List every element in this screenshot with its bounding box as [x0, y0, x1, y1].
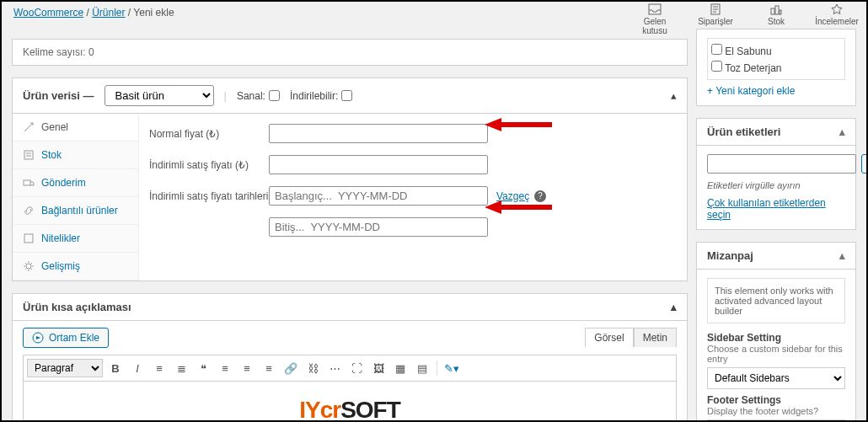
breadcrumb-products[interactable]: Ürünler: [92, 7, 125, 19]
sale-price-input[interactable]: [269, 155, 488, 174]
tab-advanced[interactable]: Gelişmiş: [13, 253, 138, 280]
add-category-link[interactable]: + Yeni kategori ekle: [707, 85, 795, 97]
align-center-button[interactable]: ≡: [238, 359, 256, 377]
svg-point-8: [26, 264, 31, 269]
add-tag-button[interactable]: Ekle: [861, 154, 868, 174]
layout-title: Mizanpaj: [707, 249, 753, 262]
sale-dates-label: İndirimli satış fiyatı tarihleri: [149, 190, 269, 202]
panel-toggle-icon[interactable]: ▴: [839, 126, 845, 138]
regular-price-label: Normal fiyat (₺): [149, 128, 269, 140]
sidebar-select[interactable]: Default Sidebars: [707, 367, 845, 389]
breadcrumb-current: Yeni ekle: [133, 7, 174, 19]
tab-shipping[interactable]: Gönderim: [13, 169, 138, 197]
svg-rect-5: [24, 151, 33, 159]
popular-tags-link[interactable]: Çok kullanılan etiketlerden seçin: [707, 197, 826, 221]
tag-hint: Etiketleri virgülle ayırın: [707, 180, 845, 190]
tag-input[interactable]: [707, 154, 856, 174]
svg-rect-4: [780, 10, 781, 14]
tags-title: Ürün etiketleri: [707, 126, 780, 138]
panel-toggle-icon[interactable]: ▴: [839, 249, 845, 262]
image-button[interactable]: 🖼: [369, 359, 388, 377]
sidebar-setting-desc: Choose a custom sidebar for this entry: [707, 344, 845, 364]
add-media-button[interactable]: Ortam Ekle: [23, 328, 109, 348]
sale-start-input[interactable]: [269, 186, 488, 206]
downloadable-checkbox[interactable]: İndirilebilir:: [290, 90, 352, 102]
categories-panel: El Sabunu Toz Deterjan + Yeni kategori e…: [696, 29, 856, 106]
shortcode-button[interactable]: ▦: [391, 359, 410, 377]
category-item[interactable]: Toz Deterjan: [711, 59, 841, 76]
toggle-toolbar-button[interactable]: ▤: [413, 359, 431, 377]
svg-rect-6: [24, 180, 30, 185]
category-list[interactable]: El Sabunu Toz Deterjan: [707, 38, 845, 80]
layout-note: This element only works with activated a…: [707, 278, 845, 323]
unlink-button[interactable]: ⛓: [303, 359, 322, 377]
editor-content[interactable]: IYcrSOFT İnternetteki Gücünüz: [23, 382, 677, 422]
product-data-title: Ürün verisi —: [23, 89, 94, 102]
fullscreen-button[interactable]: ⛶: [347, 359, 366, 377]
number-list-button[interactable]: ≣: [172, 359, 190, 377]
footer-setting-label: Footer Settings: [707, 394, 845, 406]
link-button[interactable]: 🔗: [281, 359, 300, 377]
editor-toolbar: Paragraf B I ≡ ≣ ❝ ≡ ≡ ≡ 🔗 ⛓ ⋯ ⛶ 🖼 ▦ ▤ ✎…: [23, 355, 677, 382]
svg-rect-0: [649, 4, 661, 14]
word-count: Kelime sayısı: 0: [12, 39, 688, 66]
panel-toggle-icon[interactable]: ▴: [671, 301, 677, 313]
more-button[interactable]: ⋯: [325, 359, 344, 377]
breadcrumb-woocommerce[interactable]: WooCommerce: [13, 7, 83, 19]
logo: IYcrSOFT İnternetteki Gücünüz: [299, 397, 400, 422]
format-select[interactable]: Paragraf: [27, 359, 103, 377]
bullet-list-button[interactable]: ≡: [150, 359, 169, 377]
wand-button[interactable]: ✎▾: [442, 359, 461, 377]
short-desc-title: Ürün kısa açıklaması: [23, 301, 131, 313]
footer-setting-desc: Display the footer widgets?: [707, 406, 845, 416]
sale-end-input[interactable]: [269, 217, 488, 237]
tags-panel: Ürün etiketleri ▴ Ekle Etiketleri virgül…: [696, 118, 856, 230]
svg-rect-3: [775, 6, 779, 14]
align-right-button[interactable]: ≡: [260, 359, 278, 377]
product-data-panel: Ürün verisi — Basit ürün | Sanal: İndiri…: [12, 77, 688, 281]
annotation-arrow: [485, 199, 552, 216]
svg-rect-2: [771, 8, 774, 14]
sidebar-setting-label: Sidebar Setting: [707, 332, 845, 344]
virtual-checkbox[interactable]: Sanal:: [237, 90, 280, 102]
quote-button[interactable]: ❝: [194, 359, 212, 377]
sale-price-label: İndirimli satış fiyatı (₺): [149, 159, 269, 171]
short-description-panel: Ürün kısa açıklaması ▴ Ortam Ekle Görsel…: [12, 293, 688, 422]
svg-rect-7: [24, 234, 33, 243]
inbox-button[interactable]: Gelen kutusu: [630, 3, 679, 35]
tab-linked[interactable]: Bağlantılı ürünler: [13, 197, 138, 225]
product-type-select[interactable]: Basit ürün: [104, 85, 214, 106]
bold-button[interactable]: B: [106, 359, 125, 377]
category-item[interactable]: El Sabunu: [711, 42, 841, 59]
tab-attributes[interactable]: Nitelikler: [13, 225, 138, 253]
tab-general[interactable]: Genel: [13, 114, 138, 142]
text-tab[interactable]: Metin: [634, 328, 677, 347]
layout-panel: Mizanpaj ▴ This element only works with …: [696, 242, 856, 422]
panel-toggle-icon[interactable]: ▴: [671, 89, 677, 102]
visual-tab[interactable]: Görsel: [585, 328, 633, 347]
tab-stock[interactable]: Stok: [13, 142, 138, 169]
annotation-arrow: [485, 116, 552, 133]
product-data-tabs: Genel Stok Gönderim Bağlantılı ürünler N…: [13, 114, 139, 280]
align-left-button[interactable]: ≡: [216, 359, 234, 377]
regular-price-input[interactable]: [269, 124, 488, 143]
breadcrumb: WooCommerce / Ürünler / Yeni ekle: [13, 7, 174, 19]
italic-button[interactable]: I: [128, 359, 147, 377]
